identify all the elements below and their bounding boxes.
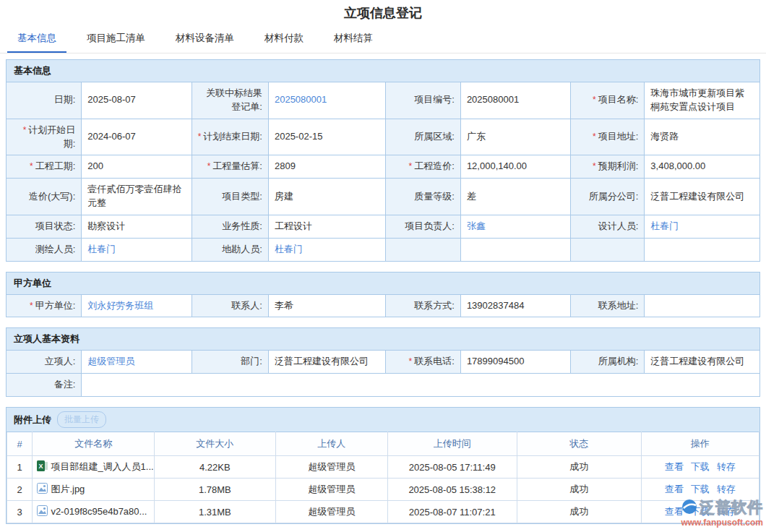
field-value-link[interactable]: 杜春门: [650, 220, 679, 231]
op-download-link[interactable]: 下载: [691, 506, 710, 517]
field-label: 关联中标结果登记单:: [192, 82, 268, 119]
batch-upload-button[interactable]: 批量上传: [57, 411, 106, 428]
field-label: 地勘人员:: [192, 238, 268, 261]
field-value: 12,000,140.00: [460, 155, 570, 179]
field-label-text: 联系人: [231, 300, 259, 311]
op-view-link[interactable]: 查看: [665, 506, 684, 517]
field-label: *项目地址:: [571, 119, 645, 155]
field-label: 联系方式:: [385, 294, 460, 317]
op-download-link[interactable]: 下载: [691, 461, 710, 472]
field-label-text: 联系方式: [414, 300, 452, 311]
field-label-text: 质量等级: [414, 191, 452, 202]
field-label: 造价(大写):: [7, 179, 82, 215]
attachments-col-header: 文件名称: [33, 432, 155, 456]
field-label: *计划开始日期:: [7, 119, 82, 155]
field-label: 联系人:: [192, 294, 268, 317]
field-value-link[interactable]: 超级管理员: [87, 356, 134, 366]
party-a-table: 甲方单位*甲方单位:刘永好劳务班组联系人:李希联系方式:13902837484联…: [6, 272, 760, 318]
field-label: 备注:: [7, 374, 82, 397]
attachment-row: 2图片.jpg1.78MB超级管理员2025-08-05 15:38:12成功查…: [7, 479, 759, 501]
required-marker: *: [198, 132, 202, 142]
field-label: 所属分公司:: [571, 179, 645, 215]
tab-4[interactable]: 材料结算: [324, 26, 383, 53]
op-transfer-link[interactable]: 转存: [717, 506, 736, 517]
field-label: 日期:: [7, 82, 82, 119]
field-label-text: 地勘人员: [222, 244, 259, 254]
field-label: 质量等级:: [385, 179, 460, 215]
upload-time: 2025-08-05 17:11:49: [387, 456, 517, 479]
field-value-link[interactable]: 杜春门: [87, 244, 116, 254]
field-value: 2025080001: [268, 82, 385, 119]
op-view-link[interactable]: 查看: [665, 484, 684, 494]
required-marker: *: [593, 161, 596, 171]
file-size: 1.78MB: [155, 479, 276, 501]
field-value: 差: [460, 179, 570, 215]
operations-cell: 查看下载转存: [641, 456, 759, 479]
field-value: 超级管理员: [82, 351, 192, 374]
field-label: 项目负责人:: [385, 215, 460, 238]
uploader-name: 超级管理员: [275, 501, 387, 523]
page-title: 立项信息登记: [0, 0, 766, 25]
field-value-link[interactable]: 刘永好劳务班组: [87, 300, 153, 311]
row-number: 3: [7, 501, 33, 523]
image-file-icon: [37, 483, 48, 496]
attachments-col-header: 上传时间: [387, 432, 517, 456]
field-label: *项目名称:: [571, 82, 645, 119]
field-value: 杜春门: [645, 215, 760, 238]
field-label-text: 项目名称: [598, 94, 636, 105]
field-value: 勘察设计: [82, 215, 192, 238]
field-label: 联系地址:: [571, 294, 645, 317]
field-label-text: 项目负责人: [405, 220, 452, 231]
field-value: 2024-06-07: [82, 119, 192, 155]
row-number: 1: [7, 456, 33, 479]
field-value: [460, 238, 570, 261]
tab-3[interactable]: 材料付款: [254, 26, 314, 53]
required-marker: *: [30, 301, 33, 311]
tab-0[interactable]: 基本信息: [7, 26, 66, 53]
status-text: 成功: [517, 501, 641, 523]
required-marker: *: [593, 132, 596, 142]
attachments-title: 附件上传: [14, 413, 51, 426]
op-transfer-link[interactable]: 转存: [717, 484, 736, 494]
field-label-text: 联系地址: [598, 300, 636, 311]
field-value: 200: [82, 155, 192, 179]
field-label-text: 备注: [54, 379, 73, 390]
field-value-link[interactable]: 张鑫: [467, 220, 486, 231]
field-value: [645, 294, 760, 317]
excel-file-icon: X: [37, 460, 48, 473]
field-label-text: 所属机构: [598, 356, 636, 366]
op-transfer-link[interactable]: 转存: [717, 461, 736, 472]
upload-time: 2025-08-07 11:07:21: [387, 501, 517, 523]
attachments-section: 附件上传 批量上传 #文件名称文件大小上传人上传时间状态操作1X项目部组建_调入…: [6, 407, 760, 524]
field-label: 业务性质:: [192, 215, 268, 238]
field-label-text: 造价(大写): [29, 191, 73, 202]
attachment-row: 1X项目部组建_调入人员1...4.22KB超级管理员2025-08-05 17…: [7, 456, 759, 479]
attachments-col-header: #: [7, 432, 33, 456]
field-label: *工程量估算:: [192, 155, 268, 179]
operations-cell: 查看下载转存: [641, 479, 759, 501]
field-label: 项目编号:: [385, 82, 460, 119]
field-label: [571, 238, 645, 261]
field-value: [82, 374, 760, 397]
field-value-link[interactable]: 杜春门: [275, 244, 303, 254]
image-file-icon: [37, 505, 48, 518]
attachment-row: 3v2-019f8c95e4b7a80...1.31MB超级管理员2025-08…: [7, 501, 759, 523]
initiator-section-title: 立项人基本资料: [7, 328, 760, 351]
field-value: 刘永好劳务班组: [82, 294, 192, 317]
initiator-table: 立项人基本资料立项人:超级管理员部门:泛普工程建设有限公司*联系电话:17899…: [6, 327, 760, 397]
field-value-link[interactable]: 2025080001: [275, 94, 327, 105]
op-view-link[interactable]: 查看: [665, 461, 684, 472]
field-label: *联系电话:: [385, 351, 460, 374]
required-marker: *: [23, 125, 27, 135]
op-download-link[interactable]: 下载: [691, 484, 710, 494]
field-label-text: 工程造价: [414, 160, 452, 171]
required-marker: *: [409, 161, 413, 171]
attachments-col-header: 上传人: [275, 432, 387, 456]
field-value: 杜春门: [82, 238, 192, 261]
tab-2[interactable]: 材料设备清单: [165, 26, 244, 53]
field-label: [385, 238, 460, 261]
tab-1[interactable]: 项目施工清单: [77, 26, 155, 53]
field-label: *工程造价:: [385, 155, 460, 179]
field-label-text: 业务性质: [222, 220, 259, 231]
field-label-text: 关联中标结果登记单: [206, 87, 262, 112]
